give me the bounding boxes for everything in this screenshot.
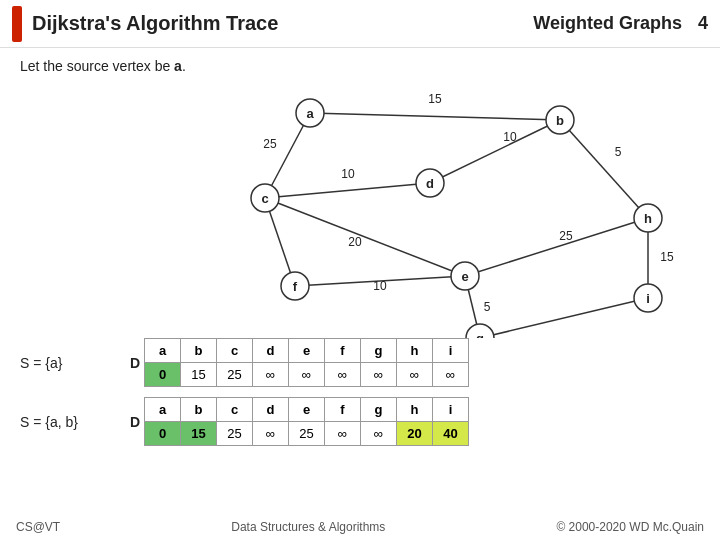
table2-value-cell: 15 [181, 422, 217, 446]
svg-line-11 [560, 120, 648, 218]
table1-value-cell: ∞ [397, 363, 433, 387]
table1-header-cell: a [145, 339, 181, 363]
svg-text:10: 10 [503, 130, 517, 144]
svg-text:5: 5 [615, 145, 622, 159]
svg-text:e: e [461, 269, 468, 284]
svg-text:h: h [644, 211, 652, 226]
svg-line-13 [465, 218, 648, 276]
svg-text:f: f [293, 279, 298, 294]
table2-header-cell: c [217, 398, 253, 422]
table1-header-row: abcdefghi [145, 339, 469, 363]
table2-header-cell: e [289, 398, 325, 422]
table2-header-cell: g [361, 398, 397, 422]
svg-line-0 [310, 113, 560, 120]
table1-value-cell: 0 [145, 363, 181, 387]
table2-header-cell: h [397, 398, 433, 422]
svg-text:g: g [476, 331, 484, 338]
svg-line-6 [265, 198, 465, 276]
table1-header-cell: e [289, 339, 325, 363]
table2-header-cell: f [325, 398, 361, 422]
d1-label: D [110, 355, 140, 371]
table1-header-cell: c [217, 339, 253, 363]
svg-text:15: 15 [428, 92, 442, 106]
svg-text:25: 25 [559, 229, 573, 243]
svg-line-21 [480, 298, 648, 338]
table1-value-cell: ∞ [253, 363, 289, 387]
table2-value-cell: ∞ [325, 422, 361, 446]
table1-value-cell: ∞ [325, 363, 361, 387]
svg-text:b: b [556, 113, 564, 128]
footer-left: CS@VT [16, 520, 60, 534]
table1-header-cell: i [433, 339, 469, 363]
svg-text:i: i [646, 291, 650, 306]
page-number: 4 [698, 13, 708, 34]
table2-value-cell: 0 [145, 422, 181, 446]
tables-area: S = {a} D abcdefghi 01525∞∞∞∞∞∞ S = {a, … [0, 338, 720, 456]
table1-header-cell: g [361, 339, 397, 363]
svg-text:a: a [306, 106, 314, 121]
svg-line-9 [430, 120, 560, 183]
page-title: Dijkstra's Algorithm Trace [32, 12, 533, 35]
table2-value-cell: 25 [289, 422, 325, 446]
svg-line-4 [265, 183, 430, 198]
table1-header-cell: d [253, 339, 289, 363]
set1-label: S = {a} [20, 355, 110, 371]
svg-text:20: 20 [348, 235, 362, 249]
section-label: Weighted Graphs [533, 13, 682, 34]
table2-header-cell: d [253, 398, 289, 422]
table1-value-cell: ∞ [289, 363, 325, 387]
graph-area: Let the source vertex be a. 15 25 10 20 … [0, 48, 720, 338]
distance-table-2: abcdefghi 01525∞25∞∞2040 [144, 397, 469, 446]
red-bar-accent [12, 6, 22, 42]
svg-text:15: 15 [660, 250, 674, 264]
d2-label: D [110, 414, 140, 430]
svg-text:c: c [261, 191, 268, 206]
table1-value-row: 01525∞∞∞∞∞∞ [145, 363, 469, 387]
table2-container: S = {a, b} D abcdefghi 01525∞25∞∞2040 [20, 397, 720, 446]
svg-text:10: 10 [373, 279, 387, 293]
table1-value-cell: 15 [181, 363, 217, 387]
svg-text:5: 5 [484, 300, 491, 314]
svg-text:d: d [426, 176, 434, 191]
table2-value-cell: 25 [217, 422, 253, 446]
table1-header-cell: h [397, 339, 433, 363]
table2-header-row: abcdefghi [145, 398, 469, 422]
table2-header-cell: a [145, 398, 181, 422]
distance-table-1: abcdefghi 01525∞∞∞∞∞∞ [144, 338, 469, 387]
table1-header-cell: f [325, 339, 361, 363]
table2-header-cell: b [181, 398, 217, 422]
table1-value-cell: 25 [217, 363, 253, 387]
table1-header-cell: b [181, 339, 217, 363]
table2-value-cell: 40 [433, 422, 469, 446]
table2-value-cell: ∞ [361, 422, 397, 446]
table1-container: S = {a} D abcdefghi 01525∞∞∞∞∞∞ [20, 338, 720, 387]
table1-value-cell: ∞ [361, 363, 397, 387]
table2-value-cell: ∞ [253, 422, 289, 446]
table2-value-row: 01525∞25∞∞2040 [145, 422, 469, 446]
header: Dijkstra's Algorithm Trace Weighted Grap… [0, 0, 720, 48]
table1-value-cell: ∞ [433, 363, 469, 387]
svg-text:10: 10 [341, 167, 355, 181]
graph-diagram: 15 25 10 20 10 5 25 15 10 5 a [0, 48, 720, 338]
footer: CS@VT Data Structures & Algorithms © 200… [0, 520, 720, 534]
table2-header-cell: i [433, 398, 469, 422]
footer-right: © 2000-2020 WD Mc.Quain [556, 520, 704, 534]
table2-value-cell: 20 [397, 422, 433, 446]
set2-label: S = {a, b} [20, 414, 110, 430]
svg-text:25: 25 [263, 137, 277, 151]
footer-center: Data Structures & Algorithms [231, 520, 385, 534]
